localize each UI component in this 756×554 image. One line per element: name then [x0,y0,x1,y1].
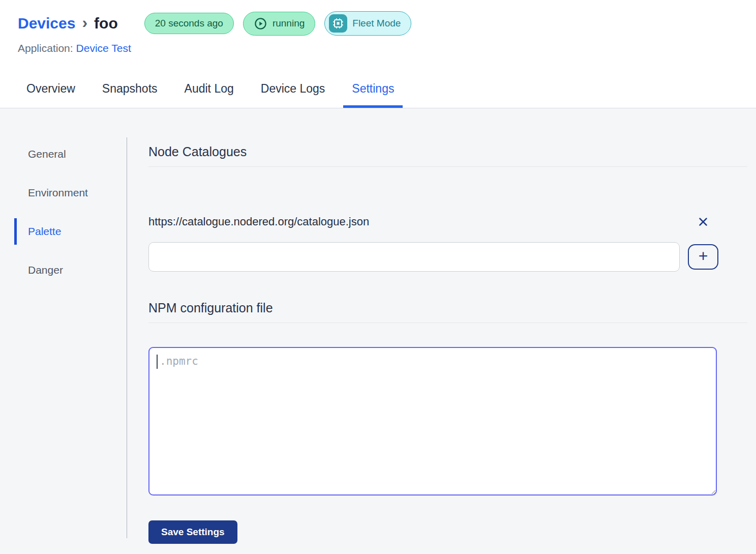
npm-config-section: NPM configuration file [148,301,747,495]
sidebar-item-danger[interactable]: Danger [0,251,127,289]
add-catalogue-row: + [148,242,718,272]
node-catalogues-title: Node Catalogues [148,144,747,167]
catalogue-url: https://catalogue.nodered.org/catalogue.… [148,215,688,228]
chip-icon [329,14,347,33]
npm-config-textarea-wrap [148,347,717,495]
tab-overview[interactable]: Overview [18,80,84,108]
new-catalogue-input[interactable] [148,242,680,272]
sidebar-item-general[interactable]: General [0,135,127,173]
last-seen-badge-label: 20 seconds ago [155,18,223,29]
add-catalogue-button[interactable]: + [688,244,718,270]
status-badges: 20 seconds ago running Fleet Mode [144,11,412,36]
catalogue-entry-row: https://catalogue.nodered.org/catalogue.… [148,215,718,228]
plus-icon: + [699,248,708,264]
running-status-label: running [273,18,305,29]
breadcrumb-devices-link[interactable]: Devices [18,15,75,32]
running-status-badge: running [243,12,315,36]
breadcrumb: Devices › foo 20 seconds ago running [0,0,756,36]
tab-audit-log[interactable]: Audit Log [176,80,243,108]
fleet-mode-label: Fleet Mode [352,18,401,29]
save-settings-button[interactable]: Save Settings [148,520,237,544]
application-row: Application:Device Test [0,36,756,54]
tab-device-logs[interactable]: Device Logs [252,80,334,108]
breadcrumb-current-device: foo [94,15,118,32]
sidebar-item-environment[interactable]: Environment [0,173,127,212]
palette-settings-panel: Node Catalogues https://catalogue.nodere… [127,108,756,554]
node-catalogues-section: Node Catalogues https://catalogue.nodere… [148,144,747,272]
chevron-right-icon: › [82,14,87,31]
page-header: Devices › foo 20 seconds ago running [0,0,756,108]
tab-snapshots[interactable]: Snapshots [94,80,166,108]
remove-catalogue-button[interactable] [688,215,718,228]
last-seen-badge: 20 seconds ago [144,13,234,34]
npm-config-textarea[interactable] [148,347,717,495]
settings-content: General Environment Palette Danger Node … [0,108,756,554]
fleet-mode-badge: Fleet Mode [324,11,411,36]
sidebar-item-palette[interactable]: Palette [0,212,127,251]
tab-bar: Overview Snapshots Audit Log Device Logs… [0,80,756,108]
tab-settings[interactable]: Settings [343,80,403,108]
application-link[interactable]: Device Test [76,42,131,54]
application-label: Application: [18,42,73,54]
close-icon [697,215,710,228]
settings-sidebar: General Environment Palette Danger [0,108,127,554]
play-circle-icon [254,17,267,31]
npm-config-title: NPM configuration file [148,301,747,323]
